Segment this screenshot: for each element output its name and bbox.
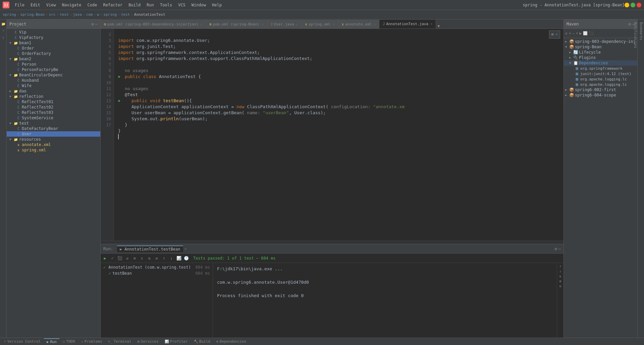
maven-spring602[interactable]: ▶ 📦 spring6-002-first xyxy=(564,87,637,92)
tree-item-wife[interactable]: C Wife xyxy=(7,83,100,88)
tab-annotate-xml[interactable]: x annotate.xml × xyxy=(338,20,380,28)
menu-help[interactable]: Help xyxy=(209,2,224,8)
left-icon-project[interactable]: 📁 xyxy=(0,21,6,27)
run-export-button[interactable]: 📊 xyxy=(176,255,182,261)
maven-plugins[interactable]: ▶ 🔌 Plugins xyxy=(564,55,637,60)
run-tool-4[interactable]: ⊕ xyxy=(559,279,561,283)
menu-refactor[interactable]: Refactor xyxy=(100,2,125,8)
hint-close[interactable]: × xyxy=(555,31,558,38)
code-content[interactable]: m × import com.w.spring6.annotate.User; … xyxy=(114,29,564,240)
menu-tools[interactable]: Tools xyxy=(157,2,175,8)
tab-pom-003-close[interactable]: × xyxy=(201,22,203,26)
tab-user-java[interactable]: J User.java × xyxy=(267,20,302,28)
run-tree-test[interactable]: ✓ testBean 604 ms xyxy=(102,270,211,276)
tab-pom-003[interactable]: m pom.xml (spring-003-dependency-injecti… xyxy=(101,20,206,28)
left-icon-vcs[interactable]: ⑂ xyxy=(0,27,6,33)
menu-run[interactable]: Run xyxy=(144,2,157,8)
run-tree-suite[interactable]: ✓ AnnotationTest (com.w.spring.test) 604… xyxy=(102,264,211,270)
tree-item-order[interactable]: C Order xyxy=(7,46,100,51)
tab-pom-bean-close[interactable]: × xyxy=(262,22,264,26)
left-icon-pull[interactable]: ↓ xyxy=(0,34,6,40)
maven-spring604[interactable]: ▶ 📦 spring6-004-scope xyxy=(564,92,637,98)
bottom-tab-services[interactable]: ⊞ Services xyxy=(135,339,161,344)
tree-item-personfactorybe[interactable]: C PersonFactoryBe xyxy=(7,67,100,72)
bc-w[interactable]: w xyxy=(97,12,99,17)
tab-annotation-test-close[interactable]: × xyxy=(430,22,432,26)
run-tool-5[interactable]: ⊖ xyxy=(559,284,561,288)
menu-file[interactable]: File xyxy=(12,2,27,8)
run-close-button[interactable]: × xyxy=(184,247,187,251)
bc-src[interactable]: src xyxy=(49,12,56,17)
tab-spring-xml-close[interactable]: × xyxy=(333,22,335,26)
tree-item-test[interactable]: ▼ 📁 test xyxy=(7,121,100,126)
horizontal-scrollbar[interactable] xyxy=(101,240,564,244)
tab-spring-xml[interactable]: x spring.xml × xyxy=(302,20,338,28)
bc-annotation-test[interactable]: AnnotationTest xyxy=(134,12,165,17)
bottom-tab-problems[interactable]: ⚠ Problems xyxy=(78,339,105,344)
bottom-tab-vcs[interactable]: ⑂ Version Control xyxy=(1,339,43,344)
menu-code[interactable]: Code xyxy=(85,2,100,8)
run-tab[interactable]: ▶ AnnotationTest.testBean xyxy=(117,246,183,252)
tree-item-bean1[interactable]: ▼ 📁 bean1 xyxy=(7,40,100,46)
tab-annotation-test[interactable]: J AnnotationTest.java × xyxy=(379,20,436,28)
tree-item-reflecttest03[interactable]: C ReflectTest03 xyxy=(7,110,100,115)
bottom-tab-todo[interactable]: ☑ TODO xyxy=(60,339,78,344)
run-rerun-button[interactable]: ↺ xyxy=(124,255,130,261)
maximize-button[interactable] xyxy=(631,3,635,7)
tab-user-java-close[interactable]: × xyxy=(296,22,298,26)
bc-test2[interactable]: test xyxy=(121,12,130,17)
tab-annotate-xml-close[interactable]: × xyxy=(374,22,376,26)
run-prev-button[interactable]: ↑ xyxy=(161,255,167,261)
maven-settings-icon[interactable]: ⚙ xyxy=(629,22,631,26)
bottom-tab-dependencies[interactable]: ⊕ Dependencies xyxy=(214,339,249,344)
run-tool-1[interactable]: ↑ xyxy=(559,264,561,268)
maven-dep-springframework[interactable]: ▦ org.springframework xyxy=(564,66,637,71)
menu-view[interactable]: View xyxy=(44,2,59,8)
tab-pom-bean[interactable]: m pom.xml (spring-Bean) × xyxy=(206,20,267,28)
tree-item-reflecttest02[interactable]: C ReflectTest02 xyxy=(7,105,100,110)
tree-item-vip[interactable]: C Vip xyxy=(7,29,100,35)
run-collapse-button[interactable]: ⇄ xyxy=(154,255,160,261)
maven-spring003[interactable]: ▶ 📦 spring-003-dependency-inj xyxy=(564,39,637,44)
tree-item-vipfactory[interactable]: C VipFactory xyxy=(7,35,100,40)
project-collapse-icon[interactable]: – xyxy=(95,22,98,26)
maven-spring-bean[interactable]: ▼ 📦 spring-Bean xyxy=(564,44,637,50)
bc-java[interactable]: java xyxy=(73,12,82,17)
menu-navigate[interactable]: Navigate xyxy=(59,2,84,8)
bc-test[interactable]: test xyxy=(60,12,69,17)
tree-item-reflecttest01[interactable]: C ReflectTest01 xyxy=(7,99,100,105)
maven-dependencies[interactable]: ▼ 📋 Dependencies xyxy=(564,60,637,66)
tree-item-beancircular[interactable]: ▼ 📁 BeanCircularDepenc xyxy=(7,72,100,78)
vert-tab-notifications[interactable]: Notifications xyxy=(633,19,638,338)
menu-window[interactable]: Window xyxy=(189,2,209,8)
bc-spring-bean[interactable]: spring-Bean xyxy=(20,12,45,17)
run-tool-2[interactable]: ↓ xyxy=(559,269,561,273)
tree-item-datefactorybear[interactable]: C DateFactoryBear xyxy=(7,126,100,131)
bottom-tab-run[interactable]: ▶ Run xyxy=(44,338,59,345)
run-expand-button[interactable]: ⇅ xyxy=(146,255,152,261)
tree-item-orderfactory[interactable]: C OrderFactory xyxy=(7,51,100,56)
maven-dep-logging2[interactable]: ▦ org.apache.logging.lc xyxy=(564,82,637,87)
run-clock-button[interactable]: 🕐 xyxy=(183,255,189,261)
bc-spring2[interactable]: spring xyxy=(103,12,117,17)
tree-item-spring-xml[interactable]: x spring.xml xyxy=(7,147,100,153)
run-settings-icon[interactable]: ⚙ xyxy=(555,247,557,251)
maven-download-icon[interactable]: ⬇ xyxy=(576,31,578,36)
tree-item-systemservice[interactable]: C SystemService xyxy=(7,115,100,121)
tree-item-reflection[interactable]: ▼ 📁 reflection xyxy=(7,94,100,99)
run-next-button[interactable]: ↓ xyxy=(168,255,174,261)
tree-item-dao[interactable]: ▶ 📁 dao xyxy=(7,88,100,94)
run-play-button[interactable]: ▶ xyxy=(102,255,108,261)
close-button[interactable] xyxy=(637,3,641,7)
tree-item-user[interactable]: C User xyxy=(7,131,100,137)
menu-build[interactable]: Build xyxy=(126,2,143,8)
maven-dep-junit[interactable]: ▦ junit:junit:4.12 (test) xyxy=(564,71,637,76)
run-sort-button[interactable]: ↕ xyxy=(139,255,145,261)
maven-remove-icon[interactable]: – xyxy=(572,31,575,36)
maven-dep-logging1[interactable]: ▦ org.apache.logging.lc xyxy=(564,76,637,82)
tree-item-bean2[interactable]: ▼ 📁 bean2 xyxy=(7,56,100,62)
menu-edit[interactable]: Edit xyxy=(28,2,43,8)
tree-item-husband[interactable]: C Husband xyxy=(7,78,100,83)
vert-tab-bookmarks[interactable]: Bookmarks xyxy=(638,19,644,338)
maven-lifecycle[interactable]: ▶ 🔄 Lifecycle xyxy=(564,50,637,55)
